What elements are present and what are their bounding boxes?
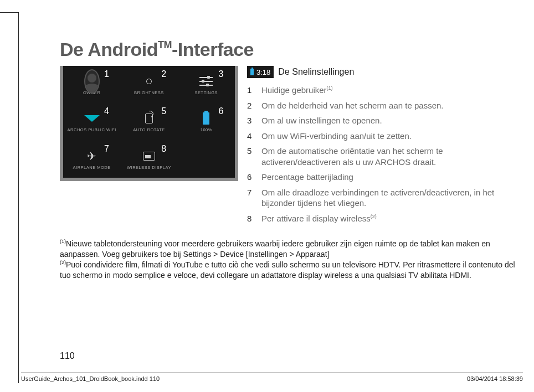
legend-row-7: 7 Om alle draadloze verbindingen te acti… — [247, 187, 515, 209]
print-footer: UserGuide_Archos_101_DroidBook_book.indd… — [21, 373, 523, 382]
tiny-battery-icon — [250, 69, 254, 75]
badge-6: 6 — [219, 106, 224, 116]
tile-brightness: 2 BRIGHTNESS — [120, 66, 177, 103]
rotate-icon — [145, 114, 153, 123]
title-prefix: De Android — [60, 39, 158, 60]
legend-num: 8 — [247, 213, 255, 224]
tile-settings: 3 SETTINGS — [178, 66, 235, 103]
brightness-icon — [142, 74, 156, 89]
legend-num: 5 — [247, 146, 255, 167]
quicksettings-screenshot: 1 OWNER 2 BRIGHTNESS 3 — [60, 66, 238, 181]
page-content: De AndroidTM-Interface 1 OWNER 2 BRIGHTN… — [60, 39, 515, 281]
legend-row-5: 5 Om de automatische oriëntatie van het … — [247, 146, 515, 167]
tile-rotate: 5 AUTO ROTATE — [120, 103, 177, 140]
legend-text: Percentage batterijlading — [261, 172, 353, 183]
tile-cast-label: WIRELESS DISPLAY — [127, 166, 171, 170]
tile-owner: 1 OWNER — [63, 66, 120, 103]
footnote1-text: Nieuwe tabletondersteuning voor meerdere… — [60, 239, 490, 259]
legend-num: 6 — [247, 172, 255, 183]
tile-airplane-label: AIRPLANE MODE — [73, 166, 111, 170]
legend-text: Om uw WiFi-verbinding aan/uit te zetten. — [261, 131, 412, 142]
wifi-icon — [84, 115, 100, 122]
page-number: 110 — [60, 351, 75, 361]
badge-7: 7 — [104, 144, 109, 154]
legend-text: Om de automatische oriëntatie van het sc… — [261, 146, 515, 167]
badge-4: 4 — [104, 106, 109, 116]
footer-left: UserGuide_Archos_101_DroidBook_book.indd… — [21, 375, 160, 382]
tile-empty — [178, 141, 235, 178]
legend-row-4: 4 Om uw WiFi-verbinding aan/uit te zette… — [247, 131, 515, 142]
legend-num: 7 — [247, 187, 255, 209]
status-chip: 3:18 — [247, 66, 274, 78]
title-tm: TM — [158, 39, 172, 50]
legend-num: 1 — [247, 85, 255, 96]
tile-battery-label: 100% — [201, 128, 212, 132]
crop-mark-side — [18, 12, 19, 383]
battery-icon — [203, 112, 209, 125]
legend-text: Om alle draadloze verbindingen te active… — [261, 187, 515, 209]
cast-icon — [143, 152, 155, 161]
badge-1: 1 — [104, 69, 109, 79]
legend-column: 3:18 De Snelinstellingen 1 Huidige gebru… — [247, 66, 515, 224]
legend-row-1: 1 Huidige gebruiker(1) — [247, 85, 515, 96]
snelinstellingen-header: 3:18 De Snelinstellingen — [247, 66, 515, 78]
footer-right: 03/04/2014 18:58:39 — [467, 375, 523, 382]
tile-settings-label: SETTINGS — [195, 91, 218, 95]
badge-5: 5 — [161, 106, 166, 116]
tile-wifi-label: ARCHOS PUBLIC WIFI — [68, 128, 116, 132]
legend-list: 1 Huidige gebruiker(1) 2 Om de helderhei… — [247, 85, 515, 224]
legend-num: 4 — [247, 131, 255, 142]
footnote1-sup: (1) — [60, 239, 66, 244]
tile-battery: 6 100% — [178, 103, 235, 140]
footnotes: (1)Nieuwe tabletondersteuning voor meerd… — [60, 238, 518, 281]
badge-3: 3 — [219, 69, 224, 79]
avatar-icon — [84, 69, 100, 94]
tile-brightness-label: BRIGHTNESS — [134, 91, 164, 95]
status-time: 3:18 — [256, 68, 270, 76]
badge-2: 2 — [161, 69, 166, 79]
tile-wifi: 4 ARCHOS PUBLIC WIFI — [63, 103, 120, 140]
page-title: De AndroidTM-Interface — [60, 39, 515, 60]
legend-text: Om de helderheid van het scherm aan te p… — [261, 100, 444, 111]
settings-icon — [199, 76, 213, 87]
tile-airplane: 7 ✈ AIRPLANE MODE — [63, 141, 120, 178]
legend-text: Om al uw instellingen te openen. — [261, 115, 382, 126]
legend-row-2: 2 Om de helderheid van het scherm aan te… — [247, 100, 515, 111]
footnote2-text: Puoi condividere film, filmati di YouTub… — [60, 260, 515, 280]
crop-mark-top — [0, 12, 18, 13]
legend-num: 3 — [247, 115, 255, 126]
legend-row-3: 3 Om al uw instellingen te openen. — [247, 115, 515, 126]
legend-row-8: 8 Per attivare il display wireless(2) — [247, 213, 515, 224]
snelinstellingen-label: De Snelinstellingen — [278, 67, 354, 77]
title-suffix: -Interface — [172, 39, 254, 60]
legend-text: Huidige gebruiker(1) — [261, 85, 333, 96]
tile-rotate-label: AUTO ROTATE — [133, 128, 165, 132]
tile-cast: 8 WIRELESS DISPLAY — [120, 141, 177, 178]
footnote2-sup: (2) — [60, 260, 66, 265]
legend-num: 2 — [247, 100, 255, 111]
legend-text: Per attivare il display wireless(2) — [261, 213, 377, 224]
airplane-icon: ✈ — [87, 151, 97, 162]
legend-row-6: 6 Percentage batterijlading — [247, 172, 515, 183]
badge-8: 8 — [161, 144, 166, 154]
